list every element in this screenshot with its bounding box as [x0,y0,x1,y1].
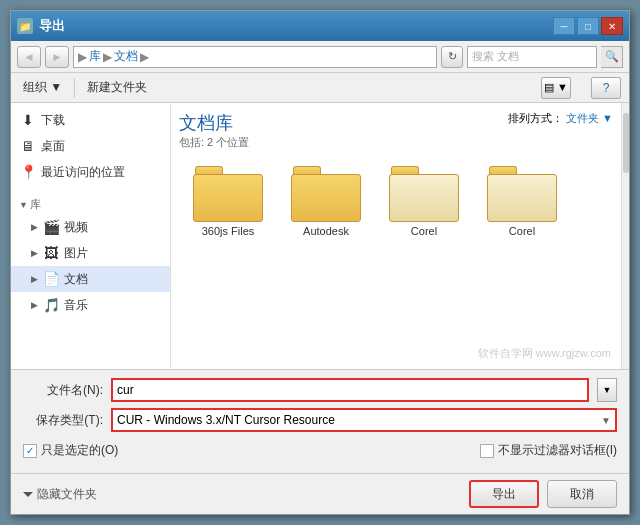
checkbox-row: ✓ 只是选定的(O) 不显示过滤器对话框(I) [23,438,617,465]
sidebar-item-picture[interactable]: ▶ 🖼 图片 [11,240,170,266]
sidebar-item-music[interactable]: ▶ 🎵 音乐 [11,292,170,318]
folder-label-1: 360js Files [202,225,255,237]
toolbar: 组织 ▼ 新建文件夹 ▤ ▼ ? [11,73,629,103]
folder-label-2: Autodesk [303,225,349,237]
path-end-arrow: ▶ [140,50,149,64]
sidebar-item-download[interactable]: ⬇ 下载 [11,107,170,133]
maximize-button[interactable]: □ [577,17,599,35]
library-title: 文档库 [179,111,249,135]
sort-control[interactable]: 排列方式： 文件夹 ▼ [508,111,613,126]
hide-folders[interactable]: 隐藏文件夹 [23,486,97,503]
folder-item-3[interactable]: Corel [379,162,469,241]
download-icon: ⬇ [19,111,37,129]
library-label: 库 [30,197,41,212]
sidebar-divider [11,185,170,193]
music-expand-arrow: ▶ [31,300,38,310]
sidebar-item-music-label: 音乐 [64,297,88,314]
sidebar-item-video[interactable]: ▶ 🎬 视频 [11,214,170,240]
path-item-library[interactable]: 库 [89,48,101,65]
footer-buttons: 导出 取消 [469,480,617,508]
sidebar-item-picture-label: 图片 [64,245,88,262]
filetype-value: CUR - Windows 3.x/NT Cursor Resource [117,413,335,427]
folder-icon-1 [193,166,263,222]
document-icon: 📄 [42,270,60,288]
minimize-button[interactable]: ─ [553,17,575,35]
folder-item-2[interactable]: Autodesk [281,162,371,241]
filetype-select[interactable]: CUR - Windows 3.x/NT Cursor Resource ▼ [111,408,617,432]
refresh-button[interactable]: ↻ [441,46,463,68]
recent-icon: 📍 [19,163,37,181]
library-expand-arrow: ▼ [19,200,28,210]
dialog-window: 📁 导出 ─ □ ✕ ◄ ► ▶ 库 ▶ 文档 ▶ ↻ 搜索 文档 🔍 组织 [10,10,630,515]
new-folder-button[interactable]: 新建文件夹 [83,76,151,100]
sort-value[interactable]: 文件夹 ▼ [566,111,613,126]
sidebar: ⬇ 下载 🖥 桌面 📍 最近访问的位置 ▼ 库 ▶ 🎬 视频 ▶ [11,103,171,369]
title-bar-left: 📁 导出 [17,17,65,35]
path-arrow: ▶ [103,50,112,64]
sidebar-item-video-label: 视频 [64,219,88,236]
folder-body-1 [193,174,263,222]
sort-label: 排列方式： [508,111,563,126]
folder-label-4: Corel [509,225,535,237]
sidebar-item-recent[interactable]: 📍 最近访问的位置 [11,159,170,185]
path-separator: ▶ [78,50,87,64]
title-controls: ─ □ ✕ [553,17,623,35]
library-subtitle: 包括: 2 个位置 [179,135,249,150]
close-button[interactable]: ✕ [601,17,623,35]
library-info: 文档库 包括: 2 个位置 [179,111,249,150]
folder-body-3 [389,174,459,222]
search-icon: 🔍 [601,46,623,68]
folder-icon-4 [487,166,557,222]
address-input[interactable]: ▶ 库 ▶ 文档 ▶ [73,46,437,68]
sidebar-item-download-label: 下载 [41,112,65,129]
sidebar-item-desktop[interactable]: 🖥 桌面 [11,133,170,159]
toolbar-separator [74,78,75,98]
back-button[interactable]: ◄ [17,46,41,68]
watermark: 软件自学网 www.rgjzw.com [478,346,611,361]
file-area: 文档库 包括: 2 个位置 排列方式： 文件夹 ▼ 360js Files [171,103,621,369]
filename-input[interactable] [111,378,589,402]
search-box[interactable]: 搜索 文档 [467,46,597,68]
hide-folders-icon [23,492,33,497]
cancel-button[interactable]: 取消 [547,480,617,508]
folder-item-4[interactable]: Corel [477,162,567,241]
filetype-row: 保存类型(T): CUR - Windows 3.x/NT Cursor Res… [23,408,617,432]
sidebar-item-document[interactable]: ▶ 📄 文档 [11,266,170,292]
only-selected-label: 只是选定的(O) [41,442,118,459]
filetype-arrow: ▼ [601,415,611,426]
filetype-label: 保存类型(T): [23,412,103,429]
form-area: 文件名(N): ▼ 保存类型(T): CUR - Windows 3.x/NT … [11,369,629,473]
only-selected-checkbox[interactable]: ✓ [23,444,37,458]
folder-item-1[interactable]: 360js Files [183,162,273,241]
path-item-docs[interactable]: 文档 [114,48,138,65]
export-button[interactable]: 导出 [469,480,539,508]
file-scrollbar[interactable] [621,103,629,369]
no-filter-label: 不显示过滤器对话框(I) [498,442,617,459]
folder-icon-3 [389,166,459,222]
sidebar-library-section[interactable]: ▼ 库 [11,193,170,214]
video-icon: 🎬 [42,218,60,236]
file-scrollbar-thumb[interactable] [623,113,629,173]
video-expand-arrow: ▶ [31,222,38,232]
forward-button[interactable]: ► [45,46,69,68]
folder-body-4 [487,174,557,222]
folder-body-2 [291,174,361,222]
filename-dropdown[interactable]: ▼ [597,378,617,402]
help-button[interactable]: ? [591,77,621,99]
no-filter-item: 不显示过滤器对话框(I) [480,442,617,459]
file-area-header: 文档库 包括: 2 个位置 排列方式： 文件夹 ▼ [179,111,613,150]
title-bar: 📁 导出 ─ □ ✕ [11,11,629,41]
filename-row: 文件名(N): ▼ [23,378,617,402]
only-selected-item: ✓ 只是选定的(O) [23,442,118,459]
sidebar-item-document-label: 文档 [64,271,88,288]
document-expand-arrow: ▶ [31,274,38,284]
address-path: ▶ 库 ▶ 文档 ▶ [78,48,149,65]
filename-label: 文件名(N): [23,382,103,399]
view-button[interactable]: ▤ ▼ [541,77,571,99]
organize-button[interactable]: 组织 ▼ [19,76,66,100]
no-filter-checkbox[interactable] [480,444,494,458]
music-icon: 🎵 [42,296,60,314]
folder-icon-2 [291,166,361,222]
folder-grid: 360js Files Autodesk Corel [179,158,613,245]
search-placeholder: 搜索 文档 [472,49,519,64]
